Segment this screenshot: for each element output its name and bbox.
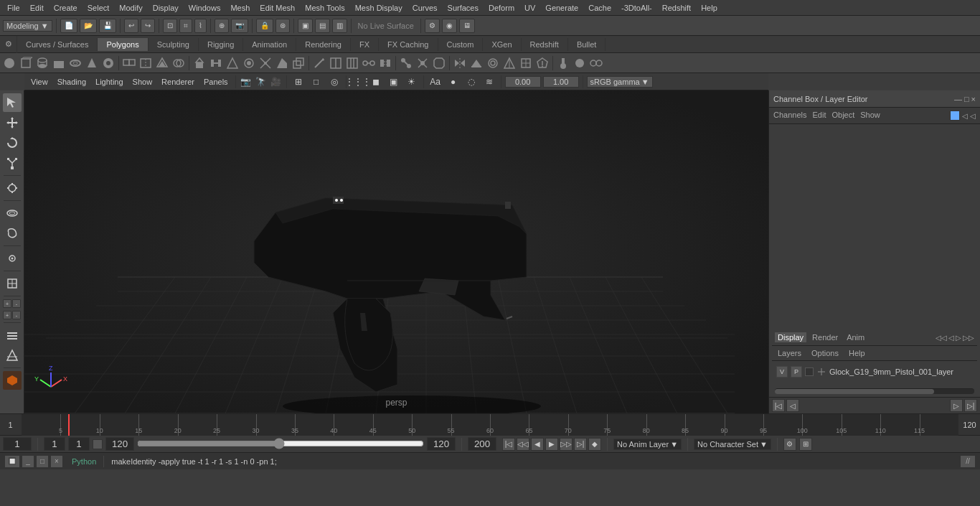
cb-scrollbar[interactable]: [775, 388, 974, 394]
mode-selector[interactable]: Modeling ▼: [3, 20, 52, 32]
nudge-up-btn[interactable]: +: [3, 311, 11, 319]
tab-rigging[interactable]: Rigging: [199, 38, 243, 51]
menu-modify[interactable]: Modify: [115, 2, 146, 14]
toggle-aa-btn[interactable]: Aa: [428, 74, 443, 90]
tab-animation[interactable]: Animation: [243, 38, 296, 51]
bridge-btn[interactable]: [208, 55, 224, 71]
cb-tab-channels[interactable]: Channels: [773, 111, 806, 121]
cone-btn[interactable]: [84, 55, 100, 71]
select-all-btn[interactable]: ⊡: [163, 19, 177, 33]
chamfer-btn[interactable]: [431, 55, 447, 71]
lasso-select-btn[interactable]: [3, 224, 22, 243]
total-frames-field[interactable]: [468, 437, 496, 451]
layer-nav-fwd2[interactable]: ▷▷: [963, 334, 974, 342]
layer-nav-fwd[interactable]: ▷: [956, 334, 961, 342]
cb-nav-prev[interactable]: ◁: [786, 399, 799, 412]
toggle-motion-btn[interactable]: ≋: [481, 74, 497, 90]
tab-polygons[interactable]: Polygons: [98, 38, 148, 51]
layer-option-help[interactable]: Help: [846, 348, 868, 358]
menu-select[interactable]: Select: [83, 2, 114, 14]
view-hud-btn[interactable]: □: [308, 74, 324, 90]
collapse-btn[interactable]: [258, 55, 273, 71]
render-frame-btn[interactable]: ▤: [315, 19, 330, 33]
connect-btn[interactable]: [361, 55, 377, 71]
undo-btn[interactable]: ↩: [124, 19, 138, 33]
renderer-menu[interactable]: Renderer: [158, 77, 198, 87]
layer-playback-btn[interactable]: P: [791, 366, 802, 378]
layer-nav-back2[interactable]: ◁: [948, 334, 954, 342]
pivot-btn[interactable]: ⊛: [275, 19, 290, 33]
cleanup-btn[interactable]: [534, 55, 550, 71]
snap-grid-btn[interactable]: ⌗: [179, 19, 192, 33]
fill-hole-btn[interactable]: [241, 55, 257, 71]
cb-nav-arrow2[interactable]: ◁: [970, 112, 976, 120]
layer-option-layers[interactable]: Layers: [775, 348, 804, 358]
view-menu[interactable]: View: [27, 77, 52, 87]
char-name-field[interactable]: [68, 437, 90, 451]
pb-play-back-btn[interactable]: ◀: [531, 438, 544, 451]
pb-step-back-btn[interactable]: ◁◁: [517, 438, 529, 451]
tab-fx-caching[interactable]: FX Caching: [379, 38, 438, 51]
smooth-btn[interactable]: [485, 55, 501, 71]
tab-curves-surfaces[interactable]: Curves / Surfaces: [17, 38, 98, 51]
select-tool-btn[interactable]: [3, 93, 22, 112]
rotate-tool-btn[interactable]: [3, 133, 22, 152]
close-btn[interactable]: ×: [50, 455, 63, 468]
menu-uv[interactable]: UV: [520, 2, 540, 14]
layer-color-swatch[interactable]: [805, 367, 814, 376]
cb-nav-last[interactable]: ▷|: [964, 399, 977, 412]
layer-tab-render[interactable]: Render: [809, 332, 841, 342]
camera-btn[interactable]: 📷: [231, 19, 248, 33]
transfer-attr-btn[interactable]: [588, 55, 604, 71]
menu-generate[interactable]: Generate: [541, 2, 583, 14]
vertex-color-btn[interactable]: [572, 55, 588, 71]
menu-windows[interactable]: Windows: [184, 2, 225, 14]
paint-btn[interactable]: [555, 55, 571, 71]
knife-btn[interactable]: [311, 55, 327, 71]
nudge-left-btn[interactable]: +: [3, 299, 11, 308]
cb-tab-object[interactable]: Object: [831, 111, 854, 121]
cb-color-swatch[interactable]: [950, 111, 960, 121]
snap-toggle-btn[interactable]: [3, 249, 22, 268]
layer-tab-anim[interactable]: Anim: [844, 332, 867, 342]
display-layers-btn[interactable]: [3, 326, 22, 345]
menu-mesh-display[interactable]: Mesh Display: [351, 2, 407, 14]
show-menu[interactable]: Show: [129, 77, 156, 87]
nudge-right-btn[interactable]: -: [12, 299, 21, 308]
plane-btn[interactable]: [51, 55, 67, 71]
render-seq-btn[interactable]: ▥: [332, 19, 347, 33]
lighting-menu[interactable]: Lighting: [92, 77, 127, 87]
menu-display[interactable]: Display: [149, 2, 183, 14]
pb-key-btn[interactable]: ◆: [588, 438, 601, 451]
quadrangulate-btn[interactable]: [518, 55, 534, 71]
cb-expand-btn[interactable]: □: [964, 95, 969, 103]
pb-first-btn[interactable]: |◁: [502, 438, 515, 451]
toggle-ao-btn[interactable]: ●: [446, 74, 461, 90]
cb-tab-edit[interactable]: Edit: [812, 111, 826, 121]
no-char-set-dropdown[interactable]: No Character Set ▼: [694, 439, 771, 450]
open-file-btn[interactable]: 📂: [80, 19, 97, 33]
layer-tab-display[interactable]: Display: [775, 332, 806, 342]
shade-wireframe-btn[interactable]: ⋮⋮⋮: [350, 74, 366, 90]
pb-last-btn[interactable]: ▷|: [574, 438, 587, 451]
snap-curve-btn[interactable]: ⌇: [194, 19, 207, 33]
universal-manip-btn[interactable]: [3, 179, 22, 197]
menu-create[interactable]: Create: [50, 2, 82, 14]
menu-3dtoall[interactable]: -3DtoAll-: [617, 2, 656, 14]
menu-edit-mesh[interactable]: Edit Mesh: [255, 2, 299, 14]
extract-btn[interactable]: [154, 55, 170, 71]
menu-deform[interactable]: Deform: [484, 2, 519, 14]
save-file-btn[interactable]: 💾: [99, 19, 116, 33]
insert-edgeloop-btn[interactable]: [328, 55, 344, 71]
current-frame-field[interactable]: [3, 437, 32, 451]
view-isolate-btn[interactable]: ◎: [326, 74, 342, 90]
view-grid-btn[interactable]: ⊞: [291, 74, 306, 90]
render-layers-btn[interactable]: [3, 346, 22, 365]
disc-btn[interactable]: [100, 55, 116, 71]
layer-visibility-btn[interactable]: V: [776, 366, 788, 378]
menu-help[interactable]: Help: [697, 2, 722, 14]
menu-curves[interactable]: Curves: [408, 2, 442, 14]
tab-custom[interactable]: Custom: [438, 38, 484, 51]
window-icon-btn[interactable]: 🔲: [4, 455, 20, 468]
pb-step-fwd-btn[interactable]: ▷▷: [560, 438, 573, 451]
